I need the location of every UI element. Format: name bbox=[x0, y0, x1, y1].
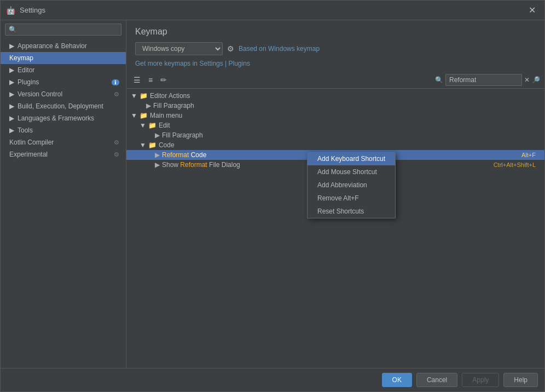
action-icon: ▶ bbox=[155, 151, 160, 159]
context-menu-item-remove-alt-f[interactable]: Remove Alt+F bbox=[308, 192, 395, 205]
keymap-gear-button[interactable]: ⚙ bbox=[227, 44, 234, 53]
expand-icon: ▼ bbox=[131, 112, 137, 119]
node-label: Fill Paragraph bbox=[162, 131, 540, 139]
ok-button[interactable]: OK bbox=[382, 373, 412, 387]
sidebar: ▶ Appearance & Behavior Keymap ▶ Editor … bbox=[1, 20, 126, 368]
expand-icon: ▼ bbox=[140, 122, 146, 129]
main-header: Keymap Windows copy ⚙ Based on Windows k… bbox=[126, 20, 544, 72]
sidebar-item-experimental[interactable]: Experimental ⚙ bbox=[1, 148, 126, 160]
main-content: Keymap Windows copy ⚙ Based on Windows k… bbox=[126, 20, 544, 368]
search-options-button[interactable]: 🔎 bbox=[532, 76, 540, 84]
action-icon: ▶ bbox=[155, 131, 160, 139]
tree-node-code[interactable]: ▼ 📁 Code bbox=[126, 140, 544, 150]
sidebar-item-label: Version Control bbox=[18, 90, 62, 98]
close-button[interactable]: ✕ bbox=[525, 4, 539, 16]
shortcut-badge2: Ctrl+Alt+Shift+L bbox=[494, 162, 540, 168]
android-icon: 🤖 bbox=[6, 6, 15, 15]
sidebar-item-label: Plugins bbox=[18, 78, 39, 86]
main-title: Keymap bbox=[135, 27, 536, 37]
node-label: Code bbox=[159, 141, 540, 149]
sidebar-item-build[interactable]: ▶ Build, Execution, Deployment bbox=[1, 100, 126, 112]
sidebar-item-label: Experimental bbox=[9, 151, 48, 158]
tree-node-edit[interactable]: ▼ 📁 Edit bbox=[126, 120, 544, 130]
cancel-button[interactable]: Cancel bbox=[416, 373, 457, 387]
sidebar-search-box bbox=[1, 20, 126, 39]
arrow-icon: ▶ bbox=[9, 102, 14, 110]
content-area: ▶ Appearance & Behavior Keymap ▶ Editor … bbox=[1, 20, 544, 368]
sidebar-section: ▶ Appearance & Behavior Keymap ▶ Editor … bbox=[1, 39, 126, 162]
sidebar-item-label: Appearance & Behavior bbox=[18, 42, 87, 50]
gear-icon: ⚙ bbox=[114, 91, 119, 98]
sidebar-item-label: Languages & Frameworks bbox=[18, 114, 94, 122]
keymap-row: Windows copy ⚙ Based on Windows keymap bbox=[135, 42, 536, 55]
expand-all-button[interactable]: ☰ bbox=[131, 74, 143, 86]
sidebar-item-version-control[interactable]: ▶ Version Control ⚙ bbox=[1, 88, 126, 100]
keymap-link[interactable]: Get more keymaps in Settings | Plugins bbox=[135, 60, 536, 67]
sidebar-item-label: Tools bbox=[18, 126, 33, 134]
search-icon: 🔍 bbox=[435, 76, 443, 84]
sidebar-item-label: Build, Execution, Deployment bbox=[18, 102, 103, 110]
tree-node-fill-paragraph-1[interactable]: ▶ Fill Paragraph bbox=[126, 101, 544, 111]
arrow-icon: ▶ bbox=[9, 126, 14, 134]
keymap-select[interactable]: Windows copy bbox=[135, 42, 223, 55]
sidebar-item-label: Editor bbox=[18, 66, 34, 74]
folder-icon: 📁 bbox=[148, 141, 156, 149]
footer: OK Cancel Apply Help bbox=[1, 368, 544, 391]
sidebar-item-kotlin[interactable]: Kotlin Compiler ⚙ bbox=[1, 136, 126, 148]
sidebar-item-tools[interactable]: ▶ Tools bbox=[1, 124, 126, 136]
tree-node-fill-paragraph-2[interactable]: ▶ Fill Paragraph bbox=[126, 130, 544, 140]
keymap-based-label: Based on Windows keymap bbox=[239, 45, 320, 53]
sidebar-item-label: Kotlin Compiler bbox=[9, 139, 54, 146]
arrow-icon: ▶ bbox=[9, 90, 14, 98]
settings-dialog: 🤖 Settings ✕ ▶ Appearance & Behavior Key… bbox=[0, 0, 545, 392]
help-button[interactable]: Help bbox=[503, 373, 538, 387]
context-menu-item-add-mouse[interactable]: Add Mouse Shortcut bbox=[308, 165, 395, 178]
sidebar-item-appearance[interactable]: ▶ Appearance & Behavior bbox=[1, 40, 126, 52]
action-icon: ▶ bbox=[155, 161, 160, 169]
arrow-icon: ▶ bbox=[9, 42, 14, 50]
context-menu-item-add-abbreviation[interactable]: Add Abbreviation bbox=[308, 178, 395, 192]
tree-area: ▼ 📁 Editor Actions ▶ Fill Paragraph ▼ 📁 … bbox=[126, 89, 544, 368]
search-clear-button[interactable]: ✕ bbox=[524, 76, 530, 84]
node-label: Fill Paragraph bbox=[153, 102, 540, 109]
tree-node-main-menu[interactable]: ▼ 📁 Main menu bbox=[126, 111, 544, 120]
keymap-search-input[interactable] bbox=[445, 74, 522, 86]
node-label: Editor Actions bbox=[150, 92, 540, 100]
toolbar: ☰ ≡ ✏ 🔍 ✕ 🔎 bbox=[126, 72, 544, 89]
context-menu-item-reset-shortcuts[interactable]: Reset Shortcuts bbox=[308, 205, 395, 218]
sidebar-item-languages[interactable]: ▶ Languages & Frameworks bbox=[1, 112, 126, 124]
action-icon: ▶ bbox=[146, 102, 151, 109]
search-right: 🔍 ✕ 🔎 bbox=[435, 74, 540, 86]
expand-icon: ▼ bbox=[140, 141, 146, 149]
arrow-icon: ▶ bbox=[9, 78, 14, 86]
node-label: Main menu bbox=[150, 112, 540, 119]
gear-icon: ⚙ bbox=[114, 151, 119, 158]
tree-node-editor-actions[interactable]: ▼ 📁 Editor Actions bbox=[126, 91, 544, 101]
edit-button[interactable]: ✏ bbox=[158, 74, 170, 86]
node-label: Edit bbox=[159, 122, 540, 129]
sidebar-search-input[interactable] bbox=[5, 24, 121, 36]
title-bar: 🤖 Settings ✕ bbox=[1, 1, 544, 20]
gear-icon: ⚙ bbox=[114, 139, 119, 146]
arrow-icon: ▶ bbox=[9, 114, 14, 122]
plugins-badge: ℹ bbox=[112, 79, 119, 85]
sidebar-item-plugins[interactable]: ▶ Plugins ℹ bbox=[1, 76, 126, 88]
folder-icon: 📁 bbox=[148, 122, 156, 129]
arrow-icon: ▶ bbox=[9, 66, 14, 74]
folder-icon: 📁 bbox=[140, 112, 148, 119]
sidebar-item-keymap[interactable]: Keymap bbox=[1, 52, 126, 64]
shortcut-badge: Alt+F bbox=[521, 152, 540, 158]
context-menu: Add Keyboard Shortcut Add Mouse Shortcut… bbox=[307, 152, 396, 218]
folder-icon: 📁 bbox=[140, 92, 148, 100]
sidebar-item-label: Keymap bbox=[9, 54, 33, 62]
collapse-all-button[interactable]: ≡ bbox=[146, 74, 155, 86]
expand-icon: ▼ bbox=[131, 92, 137, 100]
keymap-link-text: Get more keymaps in Settings | Plugins bbox=[135, 60, 250, 67]
context-menu-item-add-keyboard[interactable]: Add Keyboard Shortcut bbox=[308, 152, 395, 165]
apply-button[interactable]: Apply bbox=[462, 373, 499, 387]
dialog-title: Settings bbox=[20, 6, 521, 14]
sidebar-item-editor[interactable]: ▶ Editor bbox=[1, 64, 126, 76]
